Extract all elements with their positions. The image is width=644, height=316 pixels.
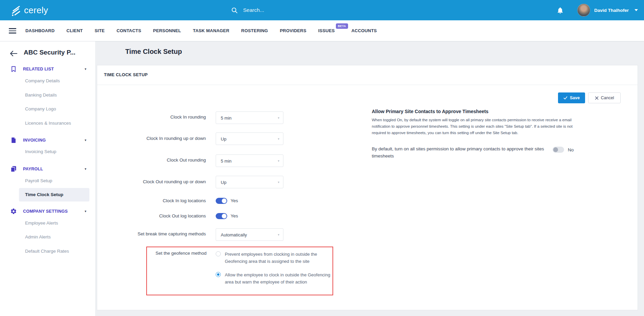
header-right-cluster: David Thalhofer bbox=[557, 0, 638, 20]
nav-item-site[interactable]: SITE bbox=[94, 28, 105, 33]
sidebar-company-title[interactable]: ABC Security P... bbox=[24, 49, 76, 56]
page-title: Time Clock Setup bbox=[125, 48, 182, 56]
approve-toggle-label: By default, turn on all sites permission… bbox=[372, 145, 546, 160]
approve-toggle-value: No bbox=[568, 147, 574, 152]
field-label-clock-out-rounding: Clock Out rounding bbox=[97, 157, 206, 163]
field-label-break-methods: Set break time capturing methods bbox=[97, 231, 206, 236]
clock-out-log-toggle[interactable] bbox=[216, 213, 227, 219]
sidebar-section-company-settings[interactable]: COMPANY SETTINGS ▾ bbox=[0, 207, 95, 215]
card-title: TIME CLOCK SETUP bbox=[104, 72, 148, 77]
clock-out-rounding-select[interactable]: 5 min ▾ bbox=[216, 154, 283, 167]
nav-item-task-manager[interactable]: TASK MANAGER bbox=[193, 28, 230, 33]
chevron-down-icon[interactable]: ▾ bbox=[85, 136, 86, 144]
geofence-option-allow[interactable]: Allow the employee to clock in outside t… bbox=[216, 271, 337, 286]
nav-item-accounts[interactable]: ACCOUNTS bbox=[351, 28, 377, 33]
nav-item-providers[interactable]: PROVIDERS bbox=[280, 28, 306, 33]
beta-badge: BETA bbox=[336, 23, 348, 29]
sidebar-section-payroll[interactable]: PAYROLL ▾ bbox=[0, 165, 95, 173]
chevron-down-icon: ▾ bbox=[278, 116, 279, 120]
field-label-geofence-method: Set the geofence method bbox=[147, 251, 207, 256]
approve-timesheets-heading: Allow Primary Site Contacts to Approve T… bbox=[372, 109, 489, 114]
clock-out-up-down-select[interactable]: Up ▾ bbox=[216, 176, 283, 188]
back-arrow-icon[interactable] bbox=[9, 50, 18, 57]
global-search bbox=[231, 0, 372, 20]
sidebar-section-label: PAYROLL bbox=[23, 165, 43, 173]
break-methods-select[interactable]: Automatically ▾ bbox=[216, 228, 283, 241]
toggle-knob bbox=[222, 214, 227, 218]
field-label-clock-in-rounding: Clock In rounding bbox=[97, 114, 206, 120]
cancel-button[interactable]: Cancel bbox=[588, 92, 621, 103]
cerely-logo-icon bbox=[10, 4, 21, 16]
nav-item-dashboard[interactable]: DASHBOARD bbox=[25, 28, 55, 33]
sidebar-item-invoicing-setup[interactable]: Invoicing Setup bbox=[25, 148, 56, 156]
toggle-knob bbox=[553, 147, 558, 152]
selected-value: 5 min bbox=[221, 115, 232, 120]
gear-icon bbox=[10, 208, 17, 215]
close-icon bbox=[595, 96, 599, 100]
chevron-down-icon[interactable]: ▾ bbox=[85, 165, 86, 173]
avatar[interactable] bbox=[577, 4, 590, 17]
selected-value: 5 min bbox=[221, 158, 232, 163]
documents-icon bbox=[10, 166, 17, 172]
chevron-down-icon: ▾ bbox=[278, 233, 279, 236]
sidebar-item-employee-alerts[interactable]: Employee Alerts bbox=[25, 219, 58, 227]
notifications-bell-icon[interactable] bbox=[557, 6, 564, 14]
nav-item-issues[interactable]: ISSUES BETA bbox=[318, 28, 335, 33]
clock-in-log-value: Yes bbox=[231, 198, 238, 203]
brand-logo[interactable]: cerely bbox=[10, 0, 48, 20]
selected-value: Automatically bbox=[221, 232, 247, 237]
sidebar-item-default-charge-rates[interactable]: Default Charge Rates bbox=[25, 247, 69, 255]
radio-selected-icon[interactable] bbox=[216, 272, 221, 277]
chevron-down-icon: ▾ bbox=[278, 181, 279, 184]
nav-item-issues-label: ISSUES bbox=[318, 28, 335, 33]
sidebar-item-company-details[interactable]: Company Details bbox=[25, 77, 60, 85]
time-clock-setup-card: TIME CLOCK SETUP Save Cancel Clock In ro… bbox=[97, 65, 638, 310]
toggle-knob bbox=[222, 198, 227, 203]
geofence-option-prevent-label: Prevent employees from clocking in outsi… bbox=[225, 251, 337, 265]
clock-in-rounding-select[interactable]: 5 min ▾ bbox=[216, 111, 283, 124]
approve-timesheets-toggle[interactable] bbox=[553, 147, 564, 153]
sidebar-item-time-clock-setup[interactable]: Time Clock Setup bbox=[19, 188, 89, 202]
sidebar-item-admin-alerts[interactable]: Admin Alerts bbox=[25, 233, 51, 241]
search-input[interactable] bbox=[242, 7, 372, 14]
chevron-down-icon[interactable]: ▾ bbox=[85, 65, 86, 73]
save-button-label: Save bbox=[570, 96, 580, 100]
sidebar-section-label: RELATED LIST bbox=[23, 65, 54, 73]
geofence-highlight-box: Set the geofence method Prevent employee… bbox=[146, 247, 333, 295]
top-header: cerely David Thalhofer bbox=[0, 0, 644, 20]
save-button[interactable]: Save bbox=[558, 92, 585, 103]
sidebar: ABC Security P... RELATED LIST ▾ Company… bbox=[0, 41, 95, 316]
chevron-down-icon: ▾ bbox=[278, 159, 279, 163]
sidebar-item-licences-insurances[interactable]: Licences & Insurances bbox=[25, 119, 71, 127]
sidebar-section-label: INVOICING bbox=[23, 136, 46, 144]
nav-item-rostering[interactable]: ROSTERING bbox=[241, 28, 268, 33]
sidebar-section-related-list[interactable]: RELATED LIST ▾ bbox=[0, 65, 95, 73]
clock-in-log-toggle[interactable] bbox=[216, 198, 227, 204]
field-label-clock-out-up-down: Clock Out rounding up or down bbox=[97, 179, 206, 184]
app-root: cerely David Thalhofer DASHBOARD CLIENT … bbox=[0, 0, 644, 316]
chevron-down-icon: ▾ bbox=[278, 137, 279, 141]
radio-unselected-icon[interactable] bbox=[216, 251, 221, 256]
user-menu-caret-icon[interactable] bbox=[635, 9, 638, 11]
field-label-clock-out-log: Clock Out log locations bbox=[97, 213, 206, 218]
selected-value: Up bbox=[221, 180, 227, 185]
nav-item-client[interactable]: CLIENT bbox=[66, 28, 83, 33]
document-icon bbox=[10, 137, 17, 144]
clock-out-log-value: Yes bbox=[231, 213, 238, 218]
clock-in-up-down-select[interactable]: Up ▾ bbox=[216, 132, 283, 145]
nav-item-contacts[interactable]: CONTACTS bbox=[116, 28, 141, 33]
chevron-down-icon[interactable]: ▾ bbox=[85, 207, 86, 215]
field-label-clock-in-log: Clock In log locations bbox=[97, 198, 206, 203]
bookmark-icon bbox=[10, 66, 17, 72]
sidebar-item-company-logo[interactable]: Company Logo bbox=[25, 105, 56, 113]
search-icon bbox=[231, 7, 238, 14]
sidebar-section-label: COMPANY SETTINGS bbox=[23, 207, 68, 215]
sidebar-section-invoicing[interactable]: INVOICING ▾ bbox=[0, 136, 95, 144]
hamburger-menu-icon[interactable] bbox=[9, 28, 16, 35]
sidebar-item-payroll-setup[interactable]: Payroll Setup bbox=[25, 177, 52, 185]
check-icon bbox=[563, 96, 567, 100]
sidebar-item-banking-details[interactable]: Banking Details bbox=[25, 91, 57, 99]
user-name: David Thalhofer bbox=[594, 8, 629, 13]
nav-item-personnel[interactable]: PERSONNEL bbox=[153, 28, 181, 33]
geofence-option-prevent[interactable]: Prevent employees from clocking in outsi… bbox=[216, 251, 337, 265]
